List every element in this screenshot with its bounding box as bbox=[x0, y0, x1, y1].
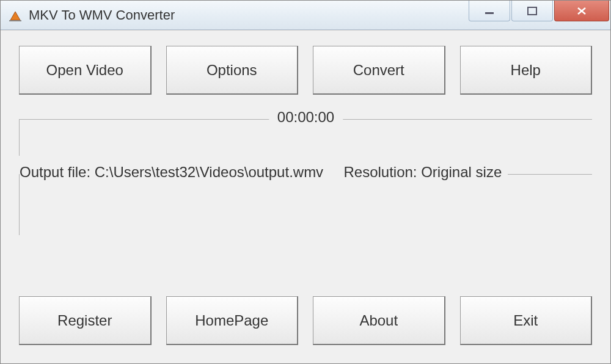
help-button[interactable]: Help bbox=[460, 46, 593, 95]
maximize-button[interactable] bbox=[511, 1, 553, 21]
minimize-button[interactable] bbox=[469, 1, 510, 21]
options-button[interactable]: Options bbox=[166, 46, 299, 95]
svg-rect-2 bbox=[485, 12, 494, 14]
open-video-button[interactable]: Open Video bbox=[19, 46, 152, 95]
bottom-button-row: Register HomePage About Exit bbox=[19, 296, 592, 348]
homepage-button[interactable]: HomePage bbox=[166, 296, 299, 345]
output-info-text: Output file: C:\Users\test32\Videos\outp… bbox=[20, 164, 508, 181]
top-button-row: Open Video Options Convert Help bbox=[19, 46, 592, 95]
convert-button[interactable]: Convert bbox=[313, 46, 445, 95]
progress-time-label: 00:00:00 bbox=[269, 109, 343, 126]
close-button[interactable] bbox=[554, 1, 609, 21]
window-title: MKV To WMV Converter bbox=[29, 7, 175, 23]
content-area: Open Video Options Convert Help 00:00:00… bbox=[1, 30, 610, 363]
app-window: MKV To WMV Converter Open Video Options … bbox=[0, 0, 611, 364]
app-icon bbox=[8, 8, 23, 23]
output-info-groupbox: Output file: C:\Users\test32\Videos\outp… bbox=[19, 174, 592, 235]
exit-button[interactable]: Exit bbox=[460, 296, 593, 345]
titlebar: MKV To WMV Converter bbox=[1, 1, 610, 30]
svg-marker-0 bbox=[10, 12, 20, 20]
svg-rect-3 bbox=[528, 7, 536, 15]
about-button[interactable]: About bbox=[313, 296, 445, 345]
progress-groupbox: 00:00:00 bbox=[19, 119, 592, 156]
register-button[interactable]: Register bbox=[19, 296, 152, 345]
window-controls bbox=[469, 1, 610, 21]
svg-rect-1 bbox=[9, 20, 21, 21]
